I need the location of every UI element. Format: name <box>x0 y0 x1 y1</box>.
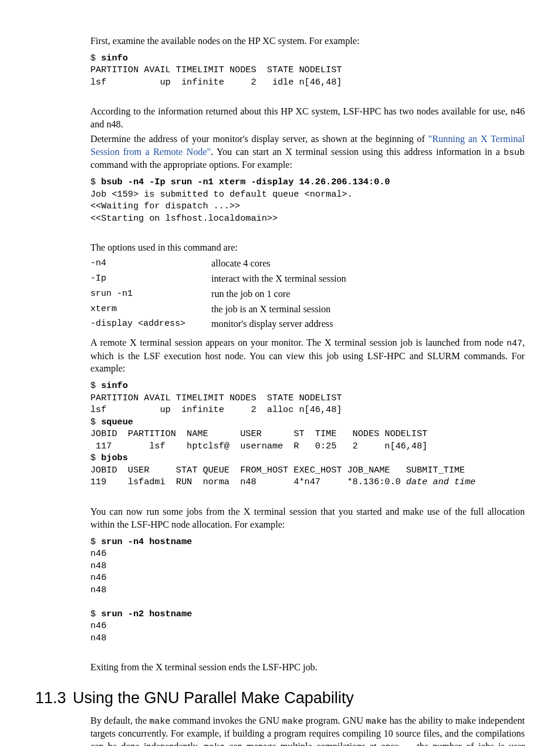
inline-code: n47 <box>507 339 522 349</box>
prompt: $ <box>90 380 101 391</box>
option-desc: run the job on 1 core <box>211 287 346 302</box>
inline-code: make <box>366 717 387 727</box>
paragraph: By default, the make command invokes the… <box>90 715 525 746</box>
paragraph: According to the information returned ab… <box>90 106 525 131</box>
text: command with the appropriate options. Fo… <box>90 160 292 170</box>
prompt: $ <box>90 536 101 547</box>
option-desc: monitor's display server address <box>211 317 346 332</box>
command: bsub -n4 -Ip srun -n1 xterm -display 14.… <box>101 177 390 187</box>
table-row: srun -n1run the job on 1 core <box>90 287 346 302</box>
text: command invokes the GNU <box>170 715 282 726</box>
table-row: xtermthe job is an X terminal session <box>90 302 346 318</box>
command: sinfo <box>101 53 128 63</box>
option-desc: interact with the X terminal session <box>211 272 346 287</box>
command: sinfo <box>101 380 128 391</box>
output: JOBID PARTITION NAME USER ST TIME NODES … <box>90 428 427 439</box>
prompt: $ <box>90 609 101 619</box>
prompt: $ <box>90 453 101 463</box>
section-heading: 11.3Using the GNU Parallel Make Capabili… <box>35 687 525 708</box>
paragraph: Exiting from the X terminal session ends… <box>90 661 525 674</box>
paragraph: The options used in this command are: <box>90 242 525 255</box>
command: srun -n2 hostname <box>101 609 192 619</box>
inline-code: make <box>149 717 170 727</box>
prompt: $ <box>90 417 101 427</box>
command: srun -n4 hostname <box>101 536 192 547</box>
inline-code: make <box>282 717 303 727</box>
output: PARTITION AVAIL TIMELIMIT NODES STATE NO… <box>90 65 342 87</box>
prompt: $ <box>90 177 101 187</box>
paragraph: You can now run some jobs from the X ter… <box>90 506 525 532</box>
option-desc: the job is an X terminal session <box>211 302 346 318</box>
output-italic: date and time <box>406 477 475 487</box>
text: A remote X terminal session appears on y… <box>90 337 507 348</box>
paragraph: Determine the address of your monitor's … <box>90 133 525 172</box>
code-block-bsub: $ bsub -n4 -Ip srun -n1 xterm -display 1… <box>90 176 525 224</box>
output: Job <159> is submitted to default queue … <box>90 189 353 224</box>
option-name: -n4 <box>90 256 211 272</box>
command: bjobs <box>101 453 128 463</box>
text: By default, the <box>90 715 149 726</box>
option-desc: allocate 4 cores <box>211 256 346 272</box>
output: n46 n48 n46 n48 <box>90 548 106 595</box>
text: Determine the address of your monitor's … <box>90 134 429 144</box>
table-row: -display <address>monitor's display serv… <box>90 317 346 332</box>
section-title: Using the GNU Parallel Make Capability <box>73 689 354 707</box>
section-number: 11.3 <box>35 687 73 708</box>
options-table: -n4allocate 4 cores -Ipinteract with the… <box>90 256 346 332</box>
output: lsf up infinite 2 alloc n[46,48] <box>90 404 342 415</box>
output: PARTITION AVAIL TIMELIMIT NODES STATE NO… <box>90 393 342 403</box>
output: 119 lsfadmi RUN norma n48 4*n47 *8.136:0… <box>90 477 406 487</box>
output: 117 lsf hptclsf@ username R 0:25 2 n[46,… <box>90 441 427 451</box>
code-block-srun: $ srun -n4 hostname n46 n48 n46 n48 $ sr… <box>90 536 525 644</box>
option-name: -display <address> <box>90 317 211 332</box>
text: . You can start an X terminal session us… <box>211 147 504 157</box>
code-block-sinfo-1: $ sinfo PARTITION AVAIL TIMELIMIT NODES … <box>90 52 525 89</box>
output: JOBID USER STAT QUEUE FROM_HOST EXEC_HOS… <box>90 465 465 475</box>
option-name: srun -n1 <box>90 287 211 302</box>
option-name: xterm <box>90 302 211 318</box>
inline-code: make <box>204 742 225 746</box>
paragraph: A remote X terminal session appears on y… <box>90 337 525 376</box>
table-row: -n4allocate 4 cores <box>90 256 346 272</box>
option-name: -Ip <box>90 272 211 287</box>
output: n46 n48 <box>90 620 106 643</box>
paragraph: First, examine the available nodes on th… <box>90 35 525 48</box>
inline-code: bsub <box>504 148 525 158</box>
text: program. GNU <box>303 715 366 726</box>
code-block-jobs: $ sinfo PARTITION AVAIL TIMELIMIT NODES … <box>90 380 525 488</box>
prompt: $ <box>90 53 101 63</box>
table-row: -Ipinteract with the X terminal session <box>90 272 346 287</box>
command: squeue <box>101 417 133 427</box>
